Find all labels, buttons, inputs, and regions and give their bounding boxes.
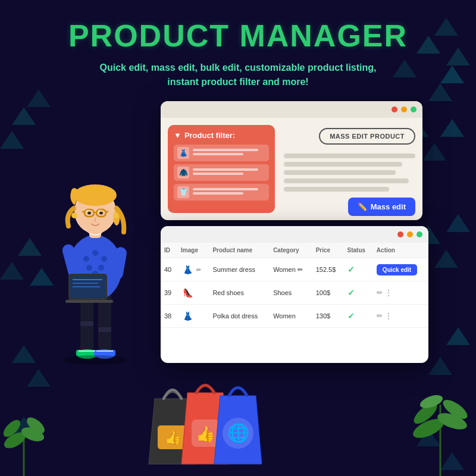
table-row: 38 👗 Polka dot dress Women 130$ ✓ ✏ <box>161 305 428 328</box>
cell-action[interactable]: Quick edit <box>373 258 428 281</box>
cell-id: 39 <box>161 281 177 305</box>
svg-point-37 <box>83 256 89 262</box>
svg-rect-28 <box>80 321 93 326</box>
more-options-icon[interactable]: ⋮ <box>385 312 392 320</box>
panel-bottom-bar <box>161 226 428 243</box>
window-dot-yellow-2 <box>407 231 413 237</box>
header: PRODUCT MANAGER Quick edit, mass edit, b… <box>0 0 476 89</box>
content-line <box>284 162 402 167</box>
content-line <box>284 187 389 192</box>
cell-status: ✓ <box>344 305 373 328</box>
status-check-icon: ✓ <box>347 288 355 298</box>
filter-item-2[interactable]: 🧥 <box>174 164 269 181</box>
svg-text:👍: 👍 <box>196 424 215 443</box>
window-dot-green-2 <box>416 231 422 237</box>
cell-action[interactable]: ✏ ⋮ <box>373 305 428 328</box>
bags-svg: 👍 👍 🌐 <box>143 369 280 476</box>
cell-price: 100$ <box>312 281 344 305</box>
cell-status: ✓ <box>344 281 373 305</box>
svg-point-39 <box>101 256 107 262</box>
product-table: ID Image Product name Category Price Sta… <box>161 243 428 328</box>
filter-item-1[interactable]: 👗 <box>174 145 269 161</box>
cell-category: Shoes <box>270 281 312 305</box>
filter-line <box>193 188 258 190</box>
cell-image: 👗 ✏ <box>177 258 209 281</box>
edit-pencil-icon[interactable]: ✏ <box>196 267 201 273</box>
filter-line <box>193 153 243 155</box>
content-line <box>284 154 415 158</box>
svg-point-56 <box>74 184 117 206</box>
filter-lines-2 <box>193 168 265 177</box>
svg-point-65 <box>99 212 103 215</box>
cell-product-name: Polka dot dress <box>209 305 270 328</box>
status-check-icon: ✓ <box>347 265 355 274</box>
svg-point-64 <box>87 212 91 215</box>
svg-point-40 <box>86 265 92 271</box>
content-line <box>284 178 409 183</box>
panel-bottom: ID Image Product name Category Price Sta… <box>161 226 428 363</box>
product-thumbnail: 👗 <box>181 309 194 322</box>
col-status: Status <box>344 243 373 258</box>
filter-icon: ▼ <box>174 131 181 140</box>
plant-right <box>411 369 470 476</box>
col-image: Image <box>177 243 209 258</box>
subtitle: Quick edit, mass edit, bulk edit, custom… <box>0 61 476 89</box>
table-row: 40 👗 ✏ Summer dress Women ✏ 152.5$ ✓ <box>161 258 428 281</box>
table-header-row: ID Image Product name Category Price Sta… <box>161 243 428 258</box>
mass-edit-product-button[interactable]: MASS EDIT PRODUCT <box>319 128 415 145</box>
table-row: 39 👠 Red shoes Shoes 100$ ✓ ✏ <box>161 281 428 305</box>
cell-category: Women ✏ <box>270 258 312 281</box>
more-options-icon[interactable]: ⋮ <box>385 289 392 297</box>
panel-top-right: MASS EDIT PRODUCT ✏️ Mass edit <box>284 125 415 213</box>
col-category: Category <box>270 243 312 258</box>
filter-line <box>193 173 243 175</box>
window-dot-red <box>392 107 397 112</box>
product-icon-3: 👕 <box>177 186 189 198</box>
cell-category: Women <box>270 305 312 328</box>
svg-text:🌐: 🌐 <box>227 422 250 444</box>
filter-lines-1 <box>193 149 265 157</box>
panel-top-bar <box>161 101 422 118</box>
cell-price: 152.5$ <box>312 258 344 281</box>
quick-edit-button[interactable]: Quick edit <box>377 264 417 275</box>
svg-point-38 <box>92 250 98 256</box>
filter-box: ▼ Product filter: 👗 🧥 <box>168 125 275 213</box>
svg-rect-29 <box>98 327 111 332</box>
cell-id: 40 <box>161 258 177 281</box>
col-price: Price <box>312 243 344 258</box>
edit-icon[interactable]: ✏ <box>377 289 383 297</box>
filter-title: ▼ Product filter: <box>174 131 269 140</box>
cell-action[interactable]: ✏ ⋮ <box>373 281 428 305</box>
content-lines <box>284 151 415 192</box>
col-id: ID <box>161 243 177 258</box>
product-icon-1: 👗 <box>177 147 189 159</box>
svg-point-67 <box>113 212 119 218</box>
shopping-bags: 👍 👍 🌐 <box>143 369 280 476</box>
product-thumbnail: 👠 <box>181 286 194 299</box>
cell-price: 130$ <box>312 305 344 328</box>
edit-icon[interactable]: ✏ <box>377 312 383 320</box>
filter-item-3[interactable]: 👕 <box>174 184 269 201</box>
col-action: Action <box>373 243 428 258</box>
product-icon-2: 🧥 <box>177 167 189 178</box>
window-dot-green <box>411 107 416 112</box>
main-title: PRODUCT MANAGER <box>0 18 476 54</box>
svg-point-41 <box>98 265 104 271</box>
mass-edit-btn-container: MASS EDIT PRODUCT <box>284 125 415 145</box>
cell-id: 38 <box>161 305 177 328</box>
content-area: ▼ Product filter: 👗 🧥 <box>0 95 476 476</box>
cell-product-name: Red shoes <box>209 281 270 305</box>
product-thumbnail: 👗 <box>181 263 194 276</box>
cell-status: ✓ <box>344 258 373 281</box>
mass-edit-action-button[interactable]: ✏️ Mass edit <box>348 198 415 216</box>
filter-line <box>193 168 258 171</box>
svg-point-66 <box>71 212 77 218</box>
panel-top: ▼ Product filter: 👗 🧥 <box>161 101 422 220</box>
panel-top-content: ▼ Product filter: 👗 🧥 <box>161 118 422 220</box>
cell-product-name: Summer dress <box>209 258 270 281</box>
character-illustration <box>36 107 155 405</box>
filter-line <box>193 192 243 195</box>
product-table-container: ID Image Product name Category Price Sta… <box>161 243 428 328</box>
edit-icon: ✏️ <box>358 202 367 211</box>
window-dot-yellow <box>401 107 407 112</box>
